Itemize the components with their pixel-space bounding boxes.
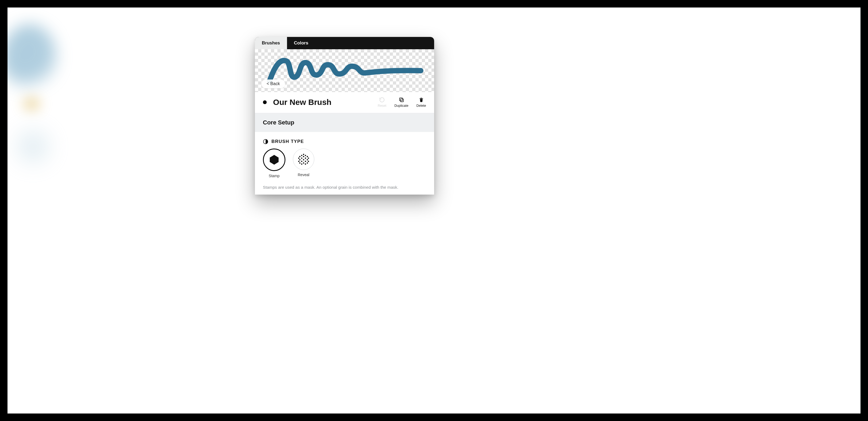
svg-rect-0 bbox=[400, 99, 403, 102]
svg-point-13 bbox=[308, 158, 309, 159]
tab-brushes[interactable]: Brushes bbox=[255, 37, 287, 49]
svg-point-19 bbox=[305, 161, 306, 162]
brush-editor-panel: Brushes Colors < Back Our New Brush bbox=[255, 37, 434, 194]
brush-name[interactable]: Our New Brush bbox=[273, 98, 378, 107]
brush-type-heading: BRUSH TYPE bbox=[263, 139, 426, 144]
trash-icon bbox=[418, 97, 424, 103]
brush-type-heading-label: BRUSH TYPE bbox=[272, 139, 304, 144]
svg-point-14 bbox=[299, 159, 300, 160]
brush-type-option-reveal[interactable]: Reveal bbox=[293, 149, 314, 178]
svg-point-21 bbox=[299, 162, 300, 164]
svg-point-22 bbox=[303, 162, 304, 164]
stamp-label: Stamp bbox=[269, 174, 280, 178]
stamp-swatch bbox=[263, 149, 285, 171]
svg-point-11 bbox=[301, 158, 302, 159]
svg-point-8 bbox=[303, 156, 304, 157]
svg-point-20 bbox=[308, 161, 309, 162]
brush-type-option-stamp[interactable]: Stamp bbox=[263, 149, 285, 178]
delete-label: Delete bbox=[416, 104, 426, 108]
reset-button: Reset bbox=[378, 97, 386, 108]
reset-label: Reset bbox=[378, 104, 386, 108]
brush-type-hint: Stamps are used as a mask. An optional g… bbox=[263, 185, 426, 190]
svg-point-4 bbox=[303, 154, 304, 155]
brush-color-dot bbox=[263, 100, 267, 104]
background-paint-blob bbox=[16, 96, 48, 112]
tab-colors[interactable]: Colors bbox=[287, 37, 315, 49]
svg-point-10 bbox=[298, 158, 299, 159]
brush-title-bar: Our New Brush Reset bbox=[255, 92, 434, 113]
svg-point-16 bbox=[307, 159, 308, 160]
svg-point-17 bbox=[298, 161, 299, 162]
duplicate-label: Duplicate bbox=[395, 104, 408, 108]
brush-type-options: Stamp bbox=[263, 149, 426, 178]
background-paint-blob bbox=[7, 24, 58, 93]
delete-button[interactable]: Delete bbox=[416, 97, 426, 108]
svg-point-15 bbox=[303, 159, 304, 160]
hexagon-icon bbox=[268, 154, 280, 166]
brush-actions: Reset Duplicate bbox=[378, 97, 426, 108]
duplicate-icon bbox=[399, 97, 404, 103]
svg-point-24 bbox=[301, 163, 302, 165]
svg-point-25 bbox=[305, 163, 306, 165]
svg-marker-3 bbox=[270, 155, 278, 165]
brush-stroke-preview: < Back bbox=[255, 49, 434, 92]
reset-icon bbox=[379, 97, 385, 103]
back-button[interactable]: < Back bbox=[261, 80, 285, 88]
section-brush-type: BRUSH TYPE Stamp bbox=[255, 132, 434, 194]
svg-rect-1 bbox=[399, 98, 402, 101]
duplicate-button[interactable]: Duplicate bbox=[395, 97, 408, 108]
tab-bar: Brushes Colors bbox=[255, 37, 434, 49]
brush-type-icon bbox=[263, 139, 268, 144]
app-frame: Brushes Colors < Back Our New Brush bbox=[0, 0, 868, 421]
svg-point-7 bbox=[299, 156, 300, 157]
halftone-icon bbox=[297, 153, 310, 166]
svg-point-9 bbox=[307, 156, 308, 157]
svg-point-12 bbox=[305, 158, 306, 159]
canvas-background: Brushes Colors < Back Our New Brush bbox=[7, 7, 861, 414]
reveal-swatch bbox=[293, 149, 314, 170]
svg-point-18 bbox=[301, 161, 302, 162]
svg-point-23 bbox=[307, 162, 308, 164]
background-paint-blob bbox=[10, 120, 56, 174]
svg-point-6 bbox=[305, 155, 306, 156]
section-core-setup-header: Core Setup bbox=[255, 113, 434, 132]
reveal-label: Reveal bbox=[298, 173, 309, 177]
svg-point-5 bbox=[301, 155, 302, 156]
